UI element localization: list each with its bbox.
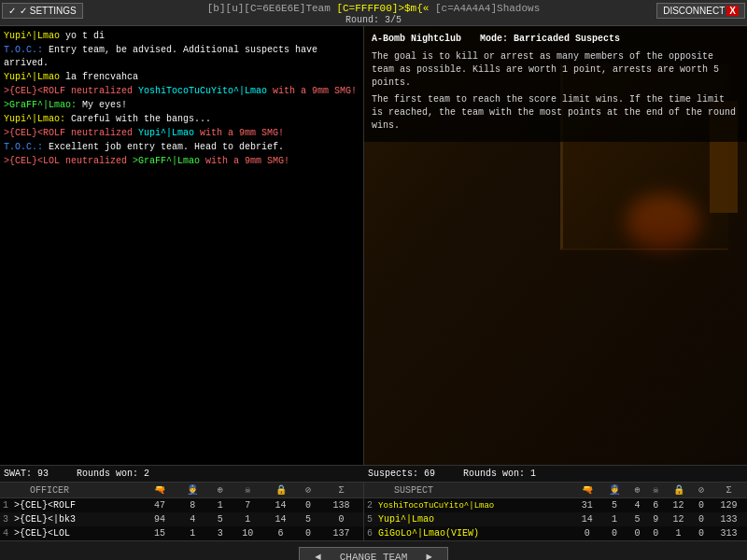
game-mode: Mode: Barricaded Suspects bbox=[480, 32, 620, 47]
col-header: ⊘ bbox=[692, 483, 711, 498]
chat-line: Yupi^|Lmao yo t di bbox=[4, 30, 359, 43]
table-row: 6 GiGoLo^|Lmao(VIEW) 000010313 bbox=[364, 526, 747, 540]
chat-line: Yupi^|Lmao: Careful with the bangs... bbox=[4, 113, 359, 126]
col-header: 👮 bbox=[600, 483, 627, 498]
chat-panel: Yupi^|Lmao yo t di T.O.C.: Entry team, b… bbox=[0, 26, 364, 465]
map-desc1: The goal is to kill or arrest as many me… bbox=[372, 50, 740, 90]
round-info: Round: 3/5 bbox=[0, 15, 747, 25]
map-desc2: The first team to reach the score limit … bbox=[372, 93, 740, 133]
suspects-score: Suspects: 69 Rounds won: 1 bbox=[368, 469, 743, 479]
table-row: 2 YoshiTocoTuCuYito^|Lmao 31546120129 bbox=[364, 498, 747, 513]
col-header: 🔒 bbox=[264, 483, 297, 498]
chat-line: >{CEL}<ROLF neutralized YoshiTocoTuCuYit… bbox=[4, 85, 359, 98]
close-icon: X bbox=[726, 6, 739, 16]
suspects-rounds-won: Rounds won: 1 bbox=[463, 469, 536, 479]
chat-line: T.O.C.: Entry team, be advised. Addition… bbox=[4, 44, 359, 70]
disconnect-label: DISCONNECT bbox=[663, 6, 725, 16]
table-row: 5 Yupi^|Lmao 14159120133 bbox=[364, 512, 747, 526]
server-title: [b][u][C=6E6E6E]Team [C=FFFF00]>$m{« [c=… bbox=[0, 2, 747, 15]
col-header: Σ bbox=[711, 483, 747, 498]
chat-line: T.O.C.: Excellent job entry team. Head t… bbox=[4, 141, 359, 154]
left-arrow-icon: ◄ bbox=[315, 552, 321, 560]
map-header: A-Bomb Nightclub Mode: Barricaded Suspec… bbox=[372, 32, 740, 47]
settings-button[interactable]: ✓ ✓ SETTINGS bbox=[2, 3, 83, 19]
col-header: 👮 bbox=[176, 483, 209, 498]
col-header: 🔫 bbox=[143, 483, 176, 498]
chat-line: Yupi^|Lmao la frencvahca bbox=[4, 71, 359, 84]
change-team-label: CHANGE TEAM bbox=[340, 552, 408, 560]
swat-table: OFFICER 🔫 👮 ⊕ ☠ 🔒 ⊘ Σ 1 >{CEL}<ROLF 4781… bbox=[0, 483, 364, 540]
chat-line: >GraFF^|Lmao: My eyes! bbox=[4, 99, 359, 112]
swat-score-label: SWAT: 93 bbox=[4, 469, 49, 479]
table-row: 4 >{CEL}<LOL 15131060137 bbox=[0, 526, 363, 540]
swat-rounds-won: Rounds won: 2 bbox=[77, 469, 149, 479]
checkmark-icon: ✓ bbox=[8, 6, 16, 16]
map-info: A-Bomb Nightclub Mode: Barricaded Suspec… bbox=[364, 26, 747, 142]
top-bar: ✓ ✓ SETTINGS [b][u][C=6E6E6E]Team [C=FFF… bbox=[0, 0, 747, 26]
col-header: 🔫 bbox=[573, 483, 600, 498]
col-header: ☠ bbox=[646, 483, 665, 498]
map-name: A-Bomb Nightclub bbox=[372, 32, 461, 47]
map-panel: A-Bomb Nightclub Mode: Barricaded Suspec… bbox=[364, 26, 747, 465]
score-section: SWAT: 93 Rounds won: 2 Suspects: 69 Roun… bbox=[0, 465, 747, 483]
right-arrow-icon: ► bbox=[426, 552, 432, 560]
change-team-button[interactable]: ◄ CHANGE TEAM ► bbox=[299, 547, 447, 560]
chat-line: >{CEL}<ROLF neutralized Yupi^|Lmao with … bbox=[4, 127, 359, 140]
col-header: Σ bbox=[319, 483, 363, 498]
suspect-col-header: SUSPECT bbox=[375, 483, 573, 498]
officer-col-header: OFFICER bbox=[11, 483, 143, 498]
suspects-table: SUSPECT 🔫 👮 ⊕ ☠ 🔒 ⊘ Σ 2 YoshiTocoTuCuYit… bbox=[364, 483, 747, 540]
settings-label: ✓ SETTINGS bbox=[20, 6, 77, 16]
chat-line: >{CEL}<LOL neutralized >GraFF^|Lmao with… bbox=[4, 155, 359, 168]
table-row: 1 >{CEL}<ROLF 47817140138 bbox=[0, 498, 363, 513]
col-header: ⊘ bbox=[297, 483, 319, 498]
main-content: Yupi^|Lmao yo t di T.O.C.: Entry team, b… bbox=[0, 26, 747, 465]
col-header: 🔒 bbox=[665, 483, 692, 498]
suspects-score-label: Suspects: 69 bbox=[368, 469, 435, 479]
tables-section: OFFICER 🔫 👮 ⊕ ☠ 🔒 ⊘ Σ 1 >{CEL}<ROLF 4781… bbox=[0, 483, 747, 540]
table-row: 3 >{CEL}<|bk3 944511450 bbox=[0, 512, 363, 526]
disconnect-button[interactable]: DISCONNECT X bbox=[656, 3, 745, 19]
col-header: ⊕ bbox=[209, 483, 232, 498]
swat-score: SWAT: 93 Rounds won: 2 bbox=[4, 469, 368, 479]
col-header: ⊕ bbox=[628, 483, 647, 498]
change-team-bar: ◄ CHANGE TEAM ► bbox=[0, 540, 747, 560]
col-header: ☠ bbox=[232, 483, 264, 498]
